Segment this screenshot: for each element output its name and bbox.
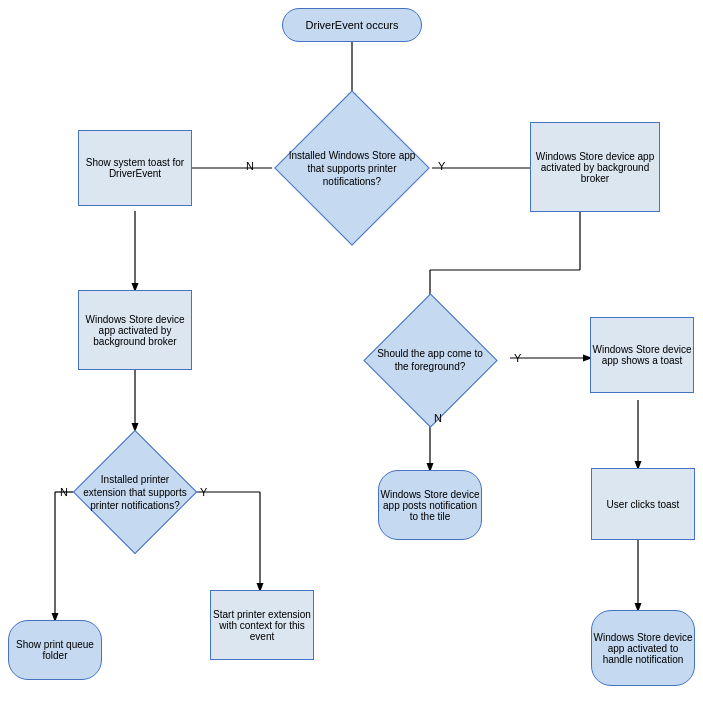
ws-shows-toast-shape: Windows Store device app shows a toast [590, 317, 694, 393]
ws-activated-bg2-shape: Windows Store device app activated by ba… [78, 290, 192, 370]
driver-event-shape: DriverEvent occurs [282, 8, 422, 42]
label-n1: N [246, 160, 254, 172]
label-y2: Y [514, 352, 521, 364]
user-clicks-toast-shape: User clicks toast [591, 468, 695, 540]
label-n2: N [434, 412, 442, 424]
ws-handle-notification-shape: Windows Store device app activated to ha… [591, 610, 695, 686]
show-queue-folder-shape: Show print queue folder [8, 620, 102, 680]
show-system-toast-shape: Show system toast for DriverEvent [78, 130, 192, 206]
label-y3: Y [200, 486, 207, 498]
label-y1: Y [438, 160, 445, 172]
diamond-foreground-container: Should the app come to the foreground? [360, 310, 500, 410]
diamond-printer-ext-container: Installed printer extension that support… [75, 430, 195, 554]
flowchart-diagram: DriverEvent occurs Installed Windows Sto… [0, 0, 703, 709]
ws-posts-tile-shape: Windows Store device app posts notificat… [378, 470, 482, 540]
diamond-main-container: Installed Windows Store app that support… [272, 100, 432, 236]
ws-activated-bg1-shape: Windows Store device app activated by ba… [530, 122, 660, 212]
label-n3: N [60, 486, 68, 498]
start-printer-ext-shape: Start printer extension with context for… [210, 590, 314, 660]
